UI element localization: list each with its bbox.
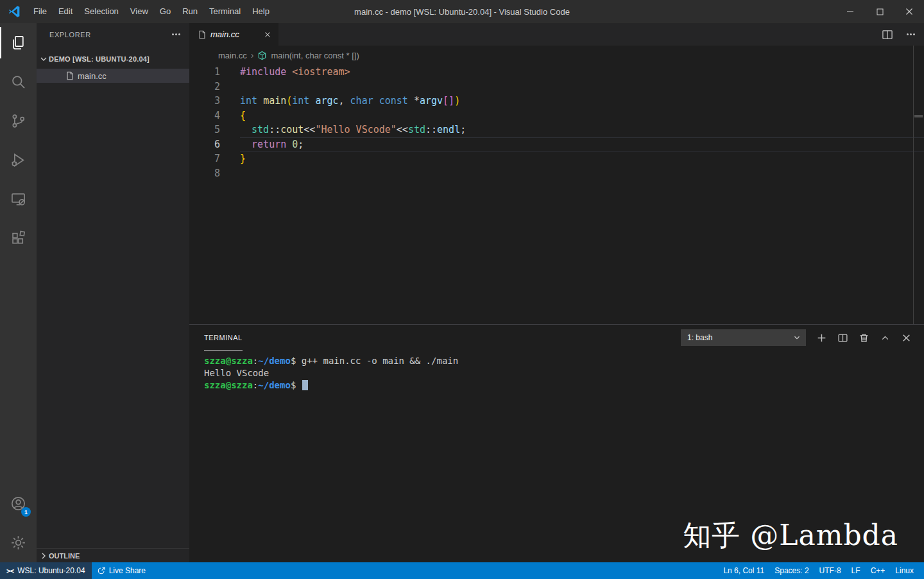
minimize-button[interactable] [835, 0, 865, 23]
editor-group: main.cc main.cc › main(int, char const *… [189, 23, 924, 324]
files-icon [10, 34, 27, 51]
split-editor-icon[interactable] [881, 28, 894, 41]
explorer-section-demo[interactable]: DEMO [WSL: UBUNTU-20.04] [37, 52, 189, 66]
code-line[interactable] [240, 80, 924, 94]
panel-header: TERMINAL 1: bash [189, 325, 924, 350]
line-number[interactable]: 5 [189, 123, 220, 137]
line-number[interactable]: 1 [189, 65, 220, 80]
activity-bar: 1 [0, 23, 37, 562]
outline-label: OUTLINE [49, 552, 80, 560]
live-share-button[interactable]: Live Share [92, 562, 151, 579]
maximize-button[interactable] [865, 0, 894, 23]
menu-item-edit[interactable]: Edit [53, 0, 78, 23]
panel-actions [814, 330, 914, 345]
close-button[interactable] [894, 0, 924, 23]
close-panel-button[interactable] [898, 330, 914, 345]
activity-source-control[interactable] [0, 101, 37, 141]
status-os[interactable]: Linux [890, 562, 919, 579]
tab-close-button[interactable] [262, 29, 273, 40]
kill-terminal-button[interactable] [856, 330, 871, 345]
chevron-right-icon [38, 551, 49, 561]
tab-bar: main.cc [189, 23, 924, 46]
status-language-mode[interactable]: C++ [866, 562, 891, 579]
line-number[interactable]: 4 [189, 108, 220, 123]
split-terminal-button[interactable] [835, 330, 850, 345]
sidebar-title: EXPLORER [49, 31, 91, 39]
menu-item-view[interactable]: View [124, 0, 154, 23]
editor-scrollbar[interactable] [913, 46, 914, 324]
activity-search[interactable] [0, 62, 37, 101]
more-actions-icon[interactable] [169, 31, 183, 38]
line-number[interactable]: 2 [189, 80, 220, 94]
maximize-icon [877, 8, 884, 15]
close-icon [905, 8, 913, 15]
breadcrumb-symbol[interactable]: main(int, char const * []) [271, 51, 359, 60]
close-icon [263, 30, 272, 39]
activity-accounts[interactable]: 1 [0, 484, 37, 523]
menu-item-file[interactable]: File [28, 0, 53, 23]
terminal-line: Hello VScode [204, 367, 924, 379]
line-number[interactable]: 6 [189, 137, 220, 152]
code-line[interactable]: int main(int argc, char const *argv[]) [240, 94, 924, 108]
menu-item-terminal[interactable]: Terminal [203, 0, 246, 23]
chevron-down-icon [792, 333, 801, 342]
code-editor[interactable]: 12345678 #include <iostream>int main(int… [189, 65, 924, 180]
activity-extensions[interactable] [0, 219, 37, 258]
line-number[interactable]: 3 [189, 94, 220, 108]
terminal-shell-select[interactable]: 1: bash [681, 329, 806, 346]
menu-item-selection[interactable]: Selection [78, 0, 124, 23]
new-terminal-button[interactable] [814, 330, 829, 345]
file-icon [65, 71, 74, 80]
run-debug-icon [10, 151, 27, 169]
status-encoding[interactable]: UTF-8 [814, 562, 846, 579]
terminal-shell-label: 1: bash [687, 333, 712, 342]
tab-main-cc[interactable]: main.cc [189, 23, 278, 46]
remote-explorer-icon [10, 191, 27, 208]
outline-section[interactable]: OUTLINE [37, 548, 189, 562]
status-bar: >< WSL: Ubuntu-20.04 Live Share Ln 6, Co… [0, 562, 924, 579]
breadcrumb-separator: › [251, 50, 254, 60]
code-line[interactable]: std::cout<<"Hello VScode"<<std::endl; [240, 123, 924, 137]
sidebar-header: EXPLORER [37, 23, 189, 46]
maximize-panel-button[interactable] [877, 330, 893, 345]
live-share-icon [97, 566, 106, 575]
split-pane-icon [837, 333, 848, 343]
file-item-label: main.cc [78, 71, 107, 81]
code-lines: #include <iostream>int main(int argc, ch… [231, 65, 924, 180]
minimize-icon [846, 8, 854, 15]
remote-label: WSL: Ubuntu-20.04 [17, 566, 85, 575]
menu-item-go[interactable]: Go [154, 0, 176, 23]
breadcrumb: main.cc › main(int, char const * []) [189, 46, 924, 65]
code-line[interactable]: return 0; [240, 137, 924, 152]
extensions-icon [10, 230, 27, 247]
line-number[interactable]: 8 [189, 166, 220, 181]
symbol-function-icon [257, 51, 267, 60]
status-indentation[interactable]: Spaces: 2 [769, 562, 814, 579]
code-line[interactable] [240, 166, 924, 181]
code-line[interactable]: #include <iostream> [240, 65, 924, 80]
remote-indicator[interactable]: >< WSL: Ubuntu-20.04 [0, 562, 92, 579]
terminal-output[interactable]: szza@szza:~/demo$ g++ main.cc -o main &&… [189, 350, 924, 392]
breadcrumb-file[interactable]: main.cc [218, 51, 247, 60]
status-eol[interactable]: LF [846, 562, 866, 579]
activity-explorer[interactable] [0, 23, 37, 62]
gutter: 12345678 [189, 65, 231, 180]
code-line[interactable]: } [240, 151, 924, 166]
terminal-line: szza@szza:~/demo$ g++ main.cc -o main &&… [204, 355, 924, 367]
more-actions-icon[interactable] [904, 31, 918, 38]
activity-run-debug[interactable] [0, 141, 37, 180]
line-number[interactable]: 7 [189, 151, 220, 166]
menu-item-run[interactable]: Run [176, 0, 203, 23]
trash-icon [859, 333, 869, 343]
title-bar: File Edit Selection View Go Run Terminal… [0, 0, 924, 23]
activity-bar-spacer [0, 258, 37, 484]
chevron-down-icon [38, 54, 49, 64]
menu-item-help[interactable]: Help [246, 0, 275, 23]
code-line[interactable]: { [240, 108, 924, 123]
status-cursor-position[interactable]: Ln 6, Col 11 [718, 562, 769, 579]
close-icon [901, 333, 912, 343]
file-item-main-cc[interactable]: main.cc [37, 69, 189, 83]
activity-settings[interactable] [0, 523, 37, 562]
activity-remote-explorer[interactable] [0, 180, 37, 219]
tab-terminal[interactable]: TERMINAL [204, 325, 243, 350]
